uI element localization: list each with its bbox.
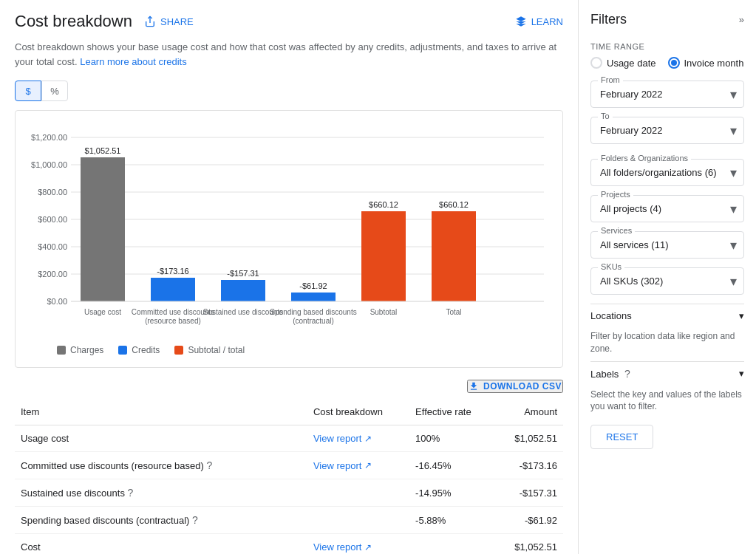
bar-spending	[291, 293, 336, 301]
col-cost-breakdown: Cost breakdown	[307, 399, 409, 425]
row-amount: -$157.31	[494, 479, 563, 507]
legend-credits: Credits	[118, 345, 160, 355]
download-csv-button[interactable]: DOWNLOAD CSV	[467, 380, 563, 393]
to-dropdown: To February 2022 ▾	[590, 117, 744, 144]
to-select[interactable]: February 2022	[590, 117, 744, 144]
col-effective-rate: Effective rate	[409, 399, 494, 425]
time-range-label: Time range	[590, 42, 744, 51]
svg-text:$1,200.00: $1,200.00	[31, 133, 67, 142]
legend-credits-dot	[118, 346, 127, 355]
svg-text:$660.12: $660.12	[439, 200, 469, 209]
page-title: Cost breakdown	[15, 12, 132, 31]
locations-title: Locations	[590, 310, 632, 321]
svg-text:Usage cost: Usage cost	[84, 308, 121, 316]
row-item: Cost	[15, 534, 307, 555]
projects-dropdown: Projects All projects (4) ▾	[590, 195, 744, 222]
time-range-radio-group: Usage date Invoice month	[590, 57, 744, 69]
labels-help-icon[interactable]: ?	[624, 368, 630, 380]
learn-icon	[515, 16, 527, 27]
row-item: Spending based discounts (contractual) ?	[15, 507, 307, 534]
row-cost-breakdown: View report ↗	[307, 425, 409, 452]
row-item: Sustained use discounts ?	[15, 479, 307, 507]
row-effective-rate: -16.45%	[409, 452, 494, 479]
help-icon[interactable]: ?	[128, 487, 134, 499]
row-effective-rate	[409, 534, 494, 555]
bar-total	[432, 211, 476, 301]
view-report-link[interactable]: View report ↗	[313, 433, 372, 444]
reset-button[interactable]: RESET	[590, 425, 653, 449]
row-cost-breakdown: View report ↗	[307, 452, 409, 479]
from-select[interactable]: February 2022	[590, 81, 744, 108]
percent-toggle[interactable]: %	[41, 81, 68, 101]
folders-dropdown: Folders & Organizations All folders/orga…	[590, 159, 744, 186]
svg-text:$1,052.51: $1,052.51	[85, 146, 121, 155]
svg-text:Total: Total	[446, 308, 461, 316]
share-button[interactable]: SHARE	[144, 16, 194, 27]
bar-sustained	[221, 280, 265, 301]
locations-chevron-icon: ▾	[739, 310, 744, 321]
svg-text:Spending based discounts: Spending based discounts	[270, 308, 356, 316]
row-effective-rate: -14.95%	[409, 479, 494, 507]
row-effective-rate: 100%	[409, 425, 494, 452]
view-report-link[interactable]: View report ↗	[313, 541, 372, 553]
legend-charges: Charges	[57, 345, 103, 355]
usage-date-option[interactable]: Usage date	[590, 57, 656, 69]
svg-text:Committed use discounts: Committed use discounts	[132, 308, 214, 316]
radio-selected-indicator	[671, 60, 677, 66]
services-label: Services	[598, 226, 635, 235]
cost-table: Item Cost breakdown Effective rate Amoun…	[15, 399, 563, 554]
services-dropdown: Services All services (11) ▾	[590, 231, 744, 259]
skus-select[interactable]: All SKUs (302)	[590, 267, 744, 295]
row-cost-breakdown	[307, 479, 409, 507]
projects-label: Projects	[598, 190, 633, 199]
collapse-filters-icon[interactable]: »	[739, 14, 744, 25]
filters-panel: Filters » Time range Usage date Invoice …	[579, 0, 756, 554]
row-item: Committed use discounts (resource based)…	[15, 452, 307, 479]
row-item: Usage cost	[15, 425, 307, 452]
row-amount: $1,052.51	[494, 425, 563, 452]
svg-text:$600.00: $600.00	[38, 215, 67, 224]
locations-section[interactable]: Locations ▾	[590, 304, 744, 327]
invoice-month-radio[interactable]	[668, 57, 680, 69]
projects-select[interactable]: All projects (4)	[590, 195, 744, 222]
currency-toggle: $ %	[15, 81, 563, 101]
svg-text:Subtotal: Subtotal	[370, 308, 398, 316]
learn-more-link[interactable]: Learn more about credits	[80, 56, 187, 67]
table-row: Sustained use discounts ? -14.95% -$157.…	[15, 479, 563, 507]
legend-subtotal: Subtotal / total	[174, 345, 245, 355]
table-row: Committed use discounts (resource based)…	[15, 452, 563, 479]
svg-text:-$157.31: -$157.31	[227, 269, 259, 278]
labels-title: Labels ?	[590, 368, 630, 380]
help-icon[interactable]: ?	[192, 514, 198, 526]
table-row: Usage cost View report ↗ 100% $1,052.51	[15, 425, 563, 452]
labels-section[interactable]: Labels ? ▾	[590, 361, 744, 386]
skus-label: SKUs	[598, 262, 624, 271]
filters-title: Filters	[590, 12, 627, 27]
learn-button[interactable]: LEARN	[515, 16, 563, 27]
help-icon[interactable]: ?	[206, 459, 212, 471]
folders-label: Folders & Organizations	[598, 154, 691, 163]
bar-cud-resource	[151, 278, 195, 301]
chart-legend: Charges Credits Subtotal / total	[27, 345, 551, 355]
svg-text:$400.00: $400.00	[38, 242, 67, 251]
row-amount: -$173.16	[494, 452, 563, 479]
legend-subtotal-dot	[174, 346, 183, 355]
dollar-toggle[interactable]: $	[15, 81, 41, 101]
description: Cost breakdown shows your base usage cos…	[15, 40, 563, 69]
download-icon	[469, 381, 479, 391]
svg-text:$800.00: $800.00	[38, 188, 67, 196]
invoice-month-option[interactable]: Invoice month	[668, 57, 744, 69]
services-select[interactable]: All services (11)	[590, 231, 744, 259]
usage-date-radio[interactable]	[590, 57, 602, 69]
view-report-link[interactable]: View report ↗	[313, 460, 372, 471]
svg-text:-$173.16: -$173.16	[157, 267, 188, 276]
from-dropdown: From February 2022 ▾	[590, 81, 744, 108]
bar-usage-cost	[81, 157, 125, 301]
labels-description: Select the key and values of the labels …	[590, 389, 744, 414]
folders-select[interactable]: All folders/organizations (6)	[590, 159, 744, 186]
legend-charges-dot	[57, 346, 66, 355]
svg-text:(resource based): (resource based)	[145, 317, 201, 325]
row-amount: $1,052.51	[494, 534, 563, 555]
row-cost-breakdown: View report ↗	[307, 534, 409, 555]
row-effective-rate: -5.88%	[409, 507, 494, 534]
